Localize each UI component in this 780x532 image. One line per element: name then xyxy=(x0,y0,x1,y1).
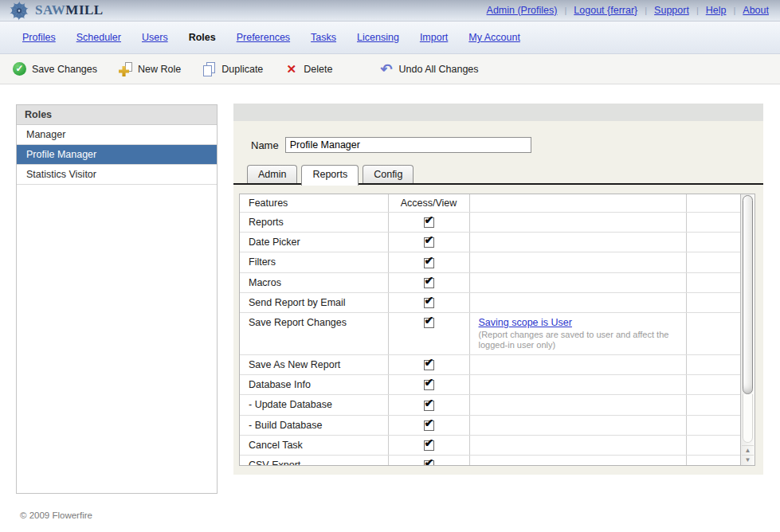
feature-name: Cancel Task xyxy=(240,435,388,455)
feature-name: CSV Export xyxy=(240,456,388,466)
feature-name: Save Report Changes xyxy=(240,313,388,355)
scrollbar-thumb[interactable] xyxy=(743,195,753,394)
logo-saw-text: SAW xyxy=(35,2,65,18)
delete-button[interactable]: Delete xyxy=(284,62,332,76)
access-checkbox[interactable] xyxy=(424,421,434,431)
access-cell xyxy=(388,435,469,455)
nav-item-preferences[interactable]: Preferences xyxy=(237,32,290,43)
description-cell xyxy=(469,435,686,455)
nav-item-roles[interactable]: Roles xyxy=(189,32,216,43)
access-checkbox[interactable] xyxy=(424,380,434,390)
tab-admin[interactable]: Admin xyxy=(247,165,297,184)
tab-config[interactable]: Config xyxy=(363,165,414,184)
toolbar-button-label: New Role xyxy=(138,64,181,75)
role-name-input[interactable] xyxy=(285,137,531,153)
toolbar-button-label: Delete xyxy=(304,64,332,75)
table-row: Cancel Task xyxy=(240,435,740,455)
header-separator: | xyxy=(696,6,699,15)
feature-name: Send Report by Email xyxy=(240,292,388,312)
table-row: Send Report by Email xyxy=(240,292,740,312)
nav-item-users[interactable]: Users xyxy=(142,32,168,43)
panel-header-strip xyxy=(233,104,763,121)
admin-profiles-link[interactable]: Admin (Profiles) xyxy=(487,5,558,16)
tab-reports[interactable]: Reports xyxy=(301,165,359,186)
sidebar-item-profile-manager[interactable]: Profile Manager xyxy=(17,145,217,165)
nav-item-scheduler[interactable]: Scheduler xyxy=(76,32,121,43)
about-link[interactable]: About xyxy=(743,5,769,16)
features-table-container: FeaturesAccess/View ReportsDate PickerFi… xyxy=(239,194,755,466)
scrollbar-track[interactable] xyxy=(743,394,753,443)
roles-sidebar: Roles ManagerProfile ManagerStatistics V… xyxy=(16,104,218,494)
nav-item-tasks[interactable]: Tasks xyxy=(311,32,336,43)
access-checkbox[interactable] xyxy=(424,298,434,308)
access-checkbox[interactable] xyxy=(424,360,434,370)
table-row: Database Info xyxy=(240,375,740,395)
access-cell xyxy=(388,213,469,233)
spacer-cell xyxy=(686,213,740,233)
scrollbar-arrows: ▲ ▼ xyxy=(742,445,754,464)
support-link[interactable]: Support xyxy=(654,5,689,16)
access-checkbox[interactable] xyxy=(424,278,434,288)
access-checkbox[interactable] xyxy=(424,258,434,268)
access-checkbox[interactable] xyxy=(424,440,434,451)
nav-item-licensing[interactable]: Licensing xyxy=(357,32,399,43)
description-cell xyxy=(469,395,686,415)
content-area: Roles ManagerProfile ManagerStatistics V… xyxy=(0,84,780,532)
feature-name: Date Picker xyxy=(240,233,388,252)
new-role-button[interactable]: New Role xyxy=(119,62,181,76)
sidebar-item-statistics-visitor[interactable]: Statistics Visitor xyxy=(17,165,217,185)
access-checkbox[interactable] xyxy=(424,217,434,228)
spacer-cell xyxy=(686,292,740,312)
access-checkbox[interactable] xyxy=(424,237,434,248)
header-separator: | xyxy=(645,6,647,15)
description-cell xyxy=(469,272,686,292)
panel-body: Name AdminReportsConfig FeaturesAccess/V… xyxy=(233,121,763,475)
table-row: Save Report ChangesSaving scope is User(… xyxy=(240,313,740,355)
feature-name: Database Info xyxy=(240,375,388,395)
duplicate-button[interactable]: Duplicate xyxy=(202,62,263,76)
undo-arrow-icon xyxy=(379,62,393,76)
spacer-cell xyxy=(686,375,740,395)
toolbar-button-label: Save Changes xyxy=(32,64,97,75)
access-cell xyxy=(388,456,469,466)
save-changes-button[interactable]: Save Changes xyxy=(13,62,97,76)
scrollbar-up-arrow-icon[interactable]: ▲ xyxy=(742,445,754,455)
description-cell xyxy=(469,355,686,375)
scrollbar-down-arrow-icon[interactable]: ▼ xyxy=(742,455,754,464)
roles-list: ManagerProfile ManagerStatistics Visitor xyxy=(17,125,217,185)
feature-name: Filters xyxy=(240,252,388,272)
spacer-cell xyxy=(686,272,740,292)
table-scrollbar[interactable]: ▲ ▼ xyxy=(740,194,755,465)
description-cell xyxy=(469,456,686,466)
save-check-icon xyxy=(13,62,26,76)
access-checkbox[interactable] xyxy=(424,401,434,411)
description-cell xyxy=(469,375,686,395)
table-row: Filters xyxy=(240,252,740,272)
name-row: Name xyxy=(233,121,763,153)
name-label: Name xyxy=(251,139,279,151)
access-checkbox[interactable] xyxy=(424,318,434,328)
saving-scope-link[interactable]: Saving scope is User xyxy=(479,317,572,328)
nav-item-profiles[interactable]: Profiles xyxy=(22,32,56,43)
logo-wordmark: SAWMILL xyxy=(35,2,104,18)
spacer-cell xyxy=(686,355,740,375)
nav-item-import[interactable]: Import xyxy=(420,32,448,43)
logout-link[interactable]: Logout {ferrar} xyxy=(574,5,637,16)
access-cell xyxy=(388,292,469,312)
main-nav: ProfilesSchedulerUsersRolesPreferencesTa… xyxy=(0,22,780,54)
spacer-cell xyxy=(686,313,740,355)
spacer-cell xyxy=(686,252,740,272)
feature-name: - Build Database xyxy=(240,415,388,435)
help-link[interactable]: Help xyxy=(706,5,727,16)
nav-item-my-account[interactable]: My Account xyxy=(468,32,520,43)
description-cell xyxy=(469,213,686,233)
description-cell xyxy=(469,292,686,312)
access-checkbox[interactable] xyxy=(424,460,434,466)
features-table-body: ReportsDate PickerFiltersMacrosSend Repo… xyxy=(240,213,740,467)
sidebar-title: Roles xyxy=(17,105,217,125)
description-cell xyxy=(469,233,686,252)
undo-all-changes-button[interactable]: Undo All Changes xyxy=(379,62,478,76)
sidebar-item-manager[interactable]: Manager xyxy=(17,125,217,145)
access-cell xyxy=(388,252,469,272)
spacer-cell xyxy=(686,415,740,435)
